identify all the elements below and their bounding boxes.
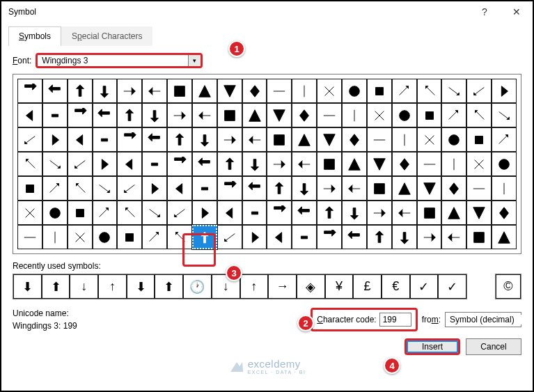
recent-symbol[interactable]: € [382,274,410,299]
symbol-cell[interactable] [317,201,342,225]
symbol-cell[interactable] [68,152,93,176]
symbol-cell[interactable] [292,201,317,225]
symbol-cell[interactable] [441,79,466,103]
symbol-cell[interactable] [68,176,93,201]
recent-symbol[interactable]: 🕐 [183,274,212,299]
symbol-cell[interactable] [17,225,42,249]
symbol-cell[interactable] [68,201,93,225]
symbol-cell[interactable] [93,103,118,127]
symbol-cell[interactable] [142,152,167,176]
symbol-cell[interactable] [142,103,167,127]
symbol-cell[interactable] [142,79,167,103]
symbol-cell[interactable] [192,127,217,152]
symbol-cell[interactable] [466,176,492,201]
symbol-cell[interactable] [417,225,442,249]
symbol-cell[interactable] [142,176,167,201]
symbol-cell[interactable] [242,127,267,152]
symbol-cell[interactable] [242,201,267,225]
chevron-down-icon[interactable]: ▾ [188,55,201,66]
symbol-cell[interactable] [267,127,292,152]
symbol-cell[interactable] [342,225,367,249]
symbol-cell[interactable] [417,152,442,176]
recent-symbol[interactable]: ↑ [240,274,269,299]
symbol-cell[interactable] [441,225,466,249]
symbol-cell[interactable] [317,152,342,176]
symbol-cell[interactable] [392,176,417,201]
symbol-cell[interactable] [93,225,118,249]
symbol-cell[interactable] [68,127,93,152]
symbol-cell[interactable] [242,103,267,127]
symbol-cell[interactable] [342,201,367,225]
symbol-cell[interactable] [342,103,367,127]
symbol-cell[interactable] [441,176,466,201]
symbol-cell[interactable] [317,79,342,103]
symbol-cell[interactable] [492,103,517,127]
symbol-cell[interactable] [492,201,517,225]
symbol-cell[interactable] [167,176,192,201]
symbol-cell[interactable] [392,127,417,152]
symbol-cell[interactable] [417,103,442,127]
symbol-cell[interactable] [192,225,217,249]
symbol-cell[interactable] [93,152,118,176]
font-input[interactable] [38,56,188,65]
symbol-cell[interactable] [466,79,492,103]
symbol-cell[interactable] [17,103,42,127]
symbol-cell[interactable] [367,79,392,103]
symbol-cell[interactable] [117,176,142,201]
symbol-cell[interactable] [217,103,242,127]
symbol-cell[interactable] [466,127,492,152]
symbol-cell[interactable] [167,152,192,176]
symbol-cell[interactable] [217,79,242,103]
symbol-cell[interactable] [367,127,392,152]
symbol-cell[interactable] [342,79,367,103]
symbol-cell[interactable] [117,127,142,152]
symbol-cell[interactable] [441,127,466,152]
symbol-cell[interactable] [217,201,242,225]
symbol-cell[interactable] [492,225,517,249]
symbol-cell[interactable] [466,103,492,127]
symbol-cell[interactable] [217,225,242,249]
recent-symbol[interactable]: ⬆ [155,274,183,299]
symbol-cell[interactable] [417,176,442,201]
symbol-cell[interactable] [117,201,142,225]
symbol-cell[interactable] [492,127,517,152]
symbol-cell[interactable] [492,79,517,103]
symbol-cell[interactable] [292,152,317,176]
insert-button[interactable]: Insert [405,338,460,355]
from-input[interactable] [446,315,534,324]
symbol-cell[interactable] [342,176,367,201]
symbol-cell[interactable] [317,103,342,127]
recent-symbol[interactable]: ⬇ [13,274,42,299]
symbol-cell[interactable] [217,127,242,152]
from-combobox[interactable]: ▾ [445,312,521,327]
symbol-cell[interactable] [367,152,392,176]
symbol-cell[interactable] [217,152,242,176]
symbol-cell[interactable] [367,201,392,225]
recent-symbol[interactable]: £ [353,274,382,299]
symbol-cell[interactable] [317,225,342,249]
symbol-cell[interactable] [392,225,417,249]
symbol-cell[interactable] [267,176,292,201]
symbol-cell[interactable] [267,201,292,225]
symbol-cell[interactable] [167,201,192,225]
symbol-cell[interactable] [267,225,292,249]
symbol-cell[interactable] [242,152,267,176]
symbol-cell[interactable] [242,225,267,249]
symbol-cell[interactable] [317,127,342,152]
symbol-cell[interactable] [142,201,167,225]
symbol-cell[interactable] [42,225,68,249]
symbol-cell[interactable] [167,103,192,127]
symbol-cell[interactable] [292,79,317,103]
symbol-cell[interactable] [142,127,167,152]
symbol-cell[interactable] [142,225,167,249]
symbol-cell[interactable] [117,152,142,176]
symbol-cell[interactable] [392,152,417,176]
symbol-cell[interactable] [417,127,442,152]
symbol-cell[interactable] [441,103,466,127]
recent-symbol[interactable]: ⬇ [127,274,155,299]
symbol-cell[interactable] [68,103,93,127]
symbol-cell[interactable] [242,176,267,201]
recent-symbol[interactable]: ✓ [438,274,466,299]
close-button[interactable]: ✕ [501,1,533,22]
symbol-cell[interactable] [292,225,317,249]
